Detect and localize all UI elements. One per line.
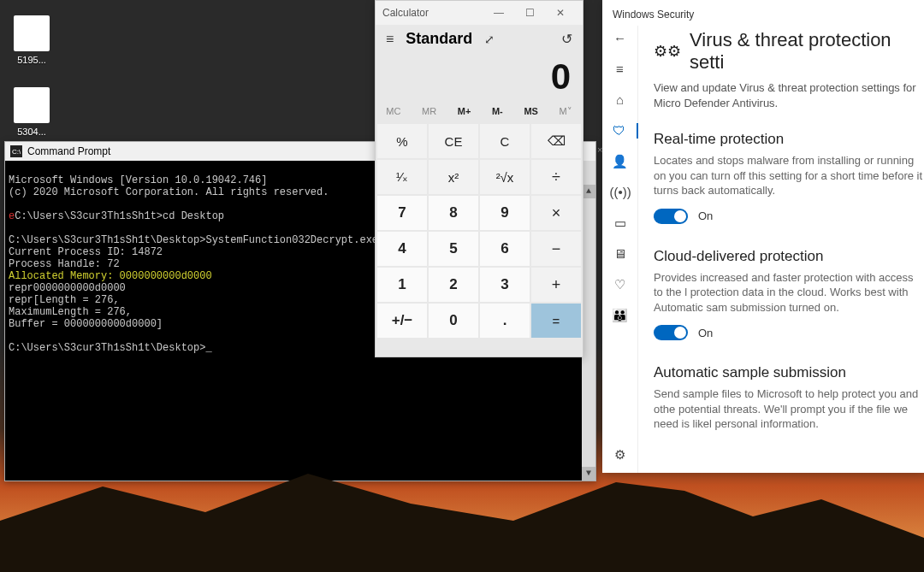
history-icon[interactable]: ↺ [561, 31, 572, 47]
toggle-realtime[interactable] [654, 209, 688, 224]
btn-backspace[interactable]: ⌫ [531, 124, 581, 158]
section-desc: Locates and stops malware from installin… [654, 153, 924, 198]
calculator-window[interactable]: Calculator — ☐ ✕ ≡ Standard ⤢ ↺ 0 MC MR … [375, 0, 583, 357]
btn-equals[interactable]: = [531, 304, 581, 338]
cmd-line: Microsoft Windows [Version 10.0.19042.74… [9, 174, 267, 186]
device-icon[interactable]: 🖥 [610, 246, 631, 262]
cmd-line: Current Process ID: 14872 [9, 246, 163, 258]
health-icon[interactable]: ♡ [610, 277, 631, 292]
btn-subtract[interactable]: − [531, 232, 581, 266]
cmd-line: Process Handle: 72 [9, 258, 120, 270]
btn-9[interactable]: 9 [480, 196, 530, 230]
cmd-line: C:\Users\S3cur3Th1sSh1t>cd Desktop [15, 210, 224, 222]
toggle-state: On [698, 327, 713, 339]
cmd-cursor: _ [205, 342, 211, 354]
cmd-line: repr[Length = 276, [9, 294, 120, 306]
section-heading: Automatic sample submission [654, 364, 924, 381]
calc-title-text: Calculator [382, 7, 429, 19]
btn-divide[interactable]: ÷ [531, 160, 581, 194]
btn-ce[interactable]: CE [429, 124, 478, 158]
desktop-icon-file-2[interactable]: 5304... [2, 87, 62, 137]
shield-icon[interactable]: 🛡 [602, 123, 638, 139]
close-button[interactable]: ✕ [545, 7, 576, 19]
btn-add[interactable]: + [531, 268, 581, 302]
firewall-icon[interactable]: ((•)) [610, 185, 631, 200]
cmd-line: C:\Users\S3cur3Th1sSh1t\Desktop>SystemFu… [9, 234, 378, 246]
btn-negate[interactable]: +/− [377, 304, 427, 338]
mem-mr: MR [422, 106, 436, 117]
maximize-button[interactable]: ☐ [514, 7, 545, 19]
btn-sqrt[interactable]: ²√x [480, 160, 530, 194]
mem-mplus[interactable]: M+ [458, 106, 471, 117]
mem-ms[interactable]: MS [524, 106, 538, 117]
cmd-icon: C:\ [10, 145, 22, 157]
sec-content: ⚙⚙ Virus & threat protection setti View … [638, 26, 924, 473]
back-icon[interactable]: ← [610, 31, 631, 46]
btn-0[interactable]: 0 [429, 304, 478, 338]
section-desc: Send sample files to Microsoft to help p… [654, 386, 924, 432]
settings-icon[interactable]: ⚙ [610, 447, 631, 463]
btn-1[interactable]: 1 [377, 268, 427, 302]
gears-icon: ⚙⚙ [654, 42, 681, 61]
keep-on-top-icon[interactable]: ⤢ [484, 32, 495, 46]
icon-label: 5304... [2, 127, 62, 137]
cmd-scrollbar[interactable]: ▲ ▼ [582, 161, 595, 481]
mem-mminus[interactable]: M- [492, 106, 503, 117]
section-heading: Cloud-delivered protection [654, 248, 924, 265]
toggle-state: On [698, 209, 713, 222]
btn-inverse[interactable]: ¹⁄ₓ [377, 160, 427, 194]
scroll-up-icon[interactable]: ▲ [582, 185, 595, 198]
sec-heading: Virus & threat protection setti [690, 29, 924, 74]
sec-heading-row: ⚙⚙ Virus & threat protection setti [654, 29, 924, 74]
mem-mlist: M˅ [559, 106, 572, 117]
landscape-silhouette [0, 469, 924, 572]
calc-keypad: % CE C ⌫ ¹⁄ₓ x² ²√x ÷ 7 8 9 × 4 5 6 − 1 … [376, 124, 583, 339]
btn-3[interactable]: 3 [480, 268, 530, 302]
btn-c[interactable]: C [480, 124, 530, 158]
btn-square[interactable]: x² [429, 160, 478, 194]
calc-titlebar[interactable]: Calculator — ☐ ✕ [376, 1, 583, 25]
btn-4[interactable]: 4 [377, 232, 427, 266]
cmd-line: (c) 2020 Microsoft Corporation. All righ… [9, 186, 329, 198]
sec-subheading: View and update Virus & threat protectio… [654, 80, 924, 110]
section-auto-submit: Automatic sample submission Send sample … [654, 364, 924, 432]
btn-decimal[interactable]: . [480, 304, 530, 338]
calc-mode: Standard [406, 30, 472, 48]
cmd-line: Buffer = 0000000000d0000] [9, 318, 163, 330]
toggle-cloud[interactable] [654, 325, 688, 340]
calc-display: 0 [376, 53, 583, 103]
btn-percent[interactable]: % [377, 124, 427, 158]
menu-icon[interactable]: ≡ [386, 32, 394, 47]
home-icon[interactable]: ⌂ [610, 92, 631, 108]
sec-title-text: Windows Security [602, 0, 924, 26]
cmd-line: MaximumLength = 276, [9, 306, 132, 318]
btn-5[interactable]: 5 [429, 232, 478, 266]
btn-8[interactable]: 8 [429, 196, 478, 230]
account-icon[interactable]: 👤 [610, 154, 631, 169]
btn-6[interactable]: 6 [480, 232, 530, 266]
windows-security-window[interactable]: Windows Security ← ≡ ⌂ 🛡 👤 ((•)) ▭ 🖥 ♡ 👪… [602, 0, 924, 473]
cmd-prompt: C:\Users\S3cur3Th1sSh1t\Desktop> [9, 342, 205, 354]
sec-nav: ← ≡ ⌂ 🛡 👤 ((•)) ▭ 🖥 ♡ 👪 ⚙ [602, 26, 638, 473]
section-desc: Provides increased and faster protection… [654, 270, 924, 315]
cmd-title-text: Command Prompt [27, 145, 110, 157]
btn-2[interactable]: 2 [429, 268, 478, 302]
menu-icon[interactable]: ≡ [610, 62, 631, 77]
icon-label: SystemFunction032Decrypt.exe [580, 540, 637, 571]
desktop-icon-exe[interactable]: SystemFunction032Decrypt.exe [578, 498, 638, 572]
scroll-down-icon[interactable]: ▼ [582, 467, 595, 481]
desktop-icon-file-1[interactable]: 5195... [2, 15, 62, 65]
minimize-button[interactable]: — [483, 7, 514, 19]
cmd-line-yellow: Allocated Memory: 0000000000d0000 [9, 270, 212, 282]
btn-7[interactable]: 7 [377, 196, 427, 230]
app-browser-icon[interactable]: ▭ [610, 215, 631, 231]
family-icon[interactable]: 👪 [610, 308, 631, 323]
icon-label: 5195... [2, 55, 62, 65]
btn-multiply[interactable]: × [531, 196, 581, 230]
cmd-line: repr0000000000d0000 [9, 282, 126, 294]
section-cloud: Cloud-delivered protection Provides incr… [654, 248, 924, 341]
exe-icon [590, 501, 626, 537]
file-icon [14, 87, 50, 123]
calc-memory-row: MC MR M+ M- MS M˅ [376, 103, 583, 124]
mem-mc: MC [386, 106, 400, 117]
